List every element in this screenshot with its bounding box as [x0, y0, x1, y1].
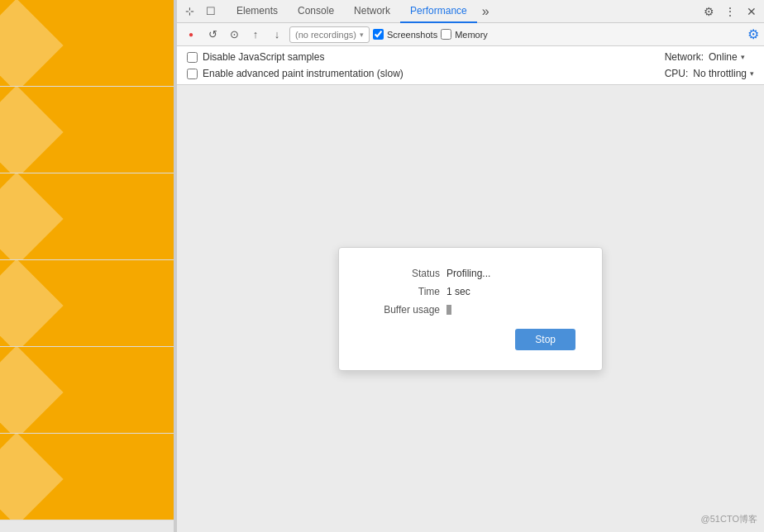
upload-button[interactable]: ↑	[246, 26, 265, 44]
disable-js-checkbox[interactable]	[187, 52, 198, 63]
close-btn[interactable]: ✕	[743, 2, 761, 21]
tab-bar: ⊹ ☐ Elements Console Network Performance…	[177, 0, 764, 23]
time-value: 1 sec	[446, 286, 470, 297]
main-content: Status Profiling... Time 1 sec Buffer us…	[177, 85, 764, 532]
tab-elements[interactable]: Elements	[227, 0, 288, 23]
thumbnail-panel	[0, 0, 174, 532]
recording-value: (no recordings)	[295, 30, 356, 40]
thumbnail-1[interactable]	[0, 0, 174, 87]
upload-icon: ↑	[253, 28, 259, 40]
tab-network[interactable]: Network	[344, 0, 400, 23]
options-left: Disable JavaScript samples Enable advanc…	[187, 51, 665, 79]
screenshots-checkbox-label[interactable]: Screenshots	[373, 29, 437, 40]
enable-paint-option: Enable advanced paint instrumentation (s…	[187, 68, 665, 79]
memory-checkbox-label[interactable]: Memory	[441, 29, 488, 40]
network-select[interactable]: Online ▾	[709, 51, 745, 63]
toolbar: ● ↺ ⊙ ↑ ↓ (no recordings) ▾ Screenshots …	[177, 23, 764, 46]
more-options-btn[interactable]: ⋮	[721, 2, 739, 21]
record-button[interactable]: ●	[182, 26, 200, 44]
cpu-select[interactable]: No throttling ▾	[693, 68, 754, 79]
clear-button[interactable]: ⊙	[225, 26, 243, 44]
thumbnail-4[interactable]	[0, 260, 174, 347]
options-bar: Disable JavaScript samples Enable advanc…	[177, 46, 764, 85]
network-chevron-icon: ▾	[741, 53, 745, 61]
settings-gear-btn[interactable]: ⚙	[700, 2, 718, 21]
device-icon: ☐	[206, 5, 216, 17]
dropdown-chevron-icon: ▾	[360, 31, 364, 39]
profiling-dialog: Status Profiling... Time 1 sec Buffer us…	[338, 247, 603, 371]
thumbnail-5[interactable]	[0, 347, 174, 434]
thumbnail-6[interactable]	[0, 434, 174, 520]
options-right: Network: Online ▾ CPU: No throttling ▾	[665, 51, 754, 79]
clear-icon: ⊙	[230, 28, 239, 40]
thumbnail-2[interactable]	[0, 87, 174, 173]
thumbnail-3[interactable]	[0, 173, 174, 260]
close-icon: ✕	[747, 5, 757, 18]
refresh-icon: ↺	[208, 28, 217, 40]
memory-checkbox[interactable]	[441, 29, 451, 40]
dots-vertical-icon: ⋮	[724, 5, 736, 18]
cpu-control: CPU: No throttling ▾	[665, 68, 754, 79]
buffer-indicator	[446, 305, 451, 315]
cursor-icon-btn[interactable]: ⊹	[180, 2, 198, 21]
stop-btn-row: Stop	[365, 329, 575, 350]
disable-js-option: Disable JavaScript samples	[187, 51, 665, 63]
gear-icon: ⚙	[704, 5, 714, 18]
toolbar-settings-icon[interactable]: ⚙	[747, 26, 759, 42]
record-icon: ●	[189, 30, 193, 39]
tab-more[interactable]: »	[477, 0, 494, 23]
tab-console[interactable]: Console	[288, 0, 344, 23]
recording-dropdown[interactable]: (no recordings) ▾	[289, 26, 370, 43]
status-value: Profiling...	[446, 268, 490, 279]
device-icon-btn[interactable]: ☐	[202, 2, 220, 21]
cursor-icon: ⊹	[185, 5, 194, 17]
buffer-row: Buffer usage	[365, 304, 575, 316]
screenshots-checkbox[interactable]	[373, 29, 384, 40]
tab-settings-area: ⚙ ⋮ ✕	[700, 2, 761, 21]
enable-paint-checkbox[interactable]	[187, 69, 198, 79]
time-row: Time 1 sec	[365, 286, 575, 297]
download-button[interactable]: ↓	[268, 26, 286, 44]
watermark: @51CTO博客	[701, 513, 757, 525]
download-icon: ↓	[275, 28, 280, 40]
status-row: Status Profiling...	[365, 268, 575, 279]
cpu-chevron-icon: ▾	[750, 69, 754, 78]
tab-performance[interactable]: Performance	[400, 0, 477, 23]
refresh-button[interactable]: ↺	[203, 26, 222, 44]
tab-icon-group: ⊹ ☐	[180, 2, 220, 21]
stop-button[interactable]: Stop	[515, 329, 575, 350]
network-control: Network: Online ▾	[665, 51, 754, 63]
devtools-panel: ⊹ ☐ Elements Console Network Performance…	[177, 0, 764, 532]
